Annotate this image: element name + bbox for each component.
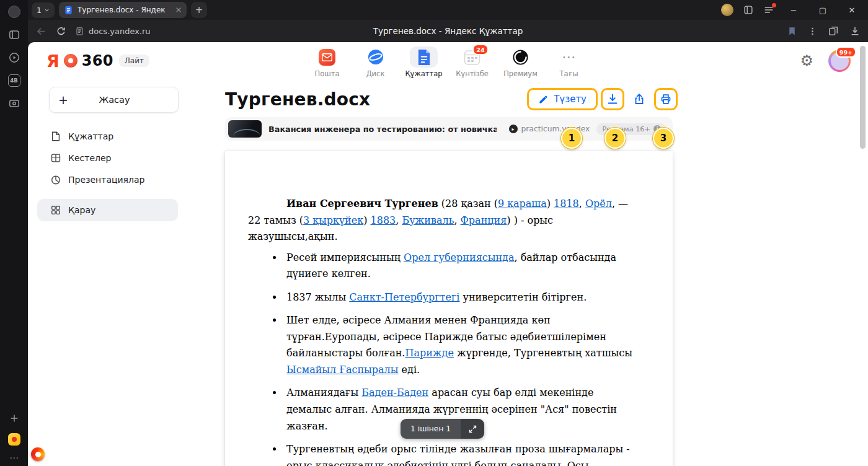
doc-bullet-item: Шет елде, әсіресе Алмания менен Францияд… [283,312,634,378]
yandex-app-icon[interactable] [8,433,20,446]
create-button[interactable]: + Жасау [49,87,179,113]
scrollbar-thumb[interactable] [860,46,866,149]
kebab-menu-icon[interactable] [808,27,817,36]
screencast-icon[interactable] [8,97,20,110]
doc-link[interactable]: Орёл [585,198,612,209]
avatar[interactable]: 99+ [828,50,851,72]
browser-menu-icon[interactable] [763,4,774,15]
nav-item-premium[interactable]: Премиум [500,46,541,78]
doc-link[interactable]: Ысмайыл Ғаспыралы [286,364,399,376]
yandex-docs-app: Я 360 Лайт Пошта [28,42,868,466]
sidebar-item-view[interactable]: Қарау [37,199,178,221]
sidebar-panel-icon[interactable] [8,29,20,41]
annotation-circle-1: 1 [561,128,582,149]
downloads-icon[interactable] [849,25,861,37]
tab-close-icon[interactable] [175,7,182,13]
print-icon [660,93,672,105]
ad-thumbnail [228,120,262,138]
maximize-button[interactable]: ▢ [813,2,833,18]
doc-link[interactable]: Баден-Баден [361,387,428,398]
doc-link[interactable]: Санкт-Петербургтегі [349,291,459,303]
fullscreen-button[interactable] [461,419,484,439]
doc-text: еді. [399,364,420,376]
doc-link[interactable]: 9 қараша [498,198,547,209]
print-button[interactable] [654,88,678,110]
rail-more-icon[interactable]: ⋯ [9,455,19,461]
rail-profile-icon[interactable] [8,6,20,18]
doc-link[interactable]: 1883 [371,214,396,226]
close-button[interactable]: ✕ [842,2,862,18]
page-title: Тургенев.docx - Яндекс Құжаттар [373,26,523,36]
doc-link[interactable]: Франция [461,214,507,226]
document-actions: Түзету [527,88,678,110]
practicum-icon: ▸ [509,125,518,133]
refresh-icon[interactable] [56,26,66,37]
main-content: Тургенев.docx Түзету [186,79,868,466]
nav-item-mail[interactable]: Пошта [307,46,348,78]
video-play-icon[interactable] [8,51,20,64]
sidebar-item-sheets[interactable]: Кестелер [37,148,178,168]
page-indicator: 1 ішінен 1 [401,419,484,439]
add-panel-icon[interactable] [9,413,20,424]
doc-text: Тургеневтың әдеби орыс тілінде жазылған … [286,443,630,466]
disk-icon [367,48,384,66]
doc-text: (28 қазан ( [438,198,498,209]
doc-link[interactable]: Парижде [405,347,453,359]
plan-badge: Лайт [119,55,149,67]
nav-item-docs[interactable]: Құжаттар [404,46,445,78]
ya360-logo[interactable]: Я 360 Лайт [46,51,149,71]
avatar-badge: 99+ [836,46,856,58]
plus-icon: + [58,94,71,106]
bookmark-icon[interactable] [787,26,797,37]
doc-text: Алманиядағы [286,387,361,398]
share-button[interactable] [627,88,651,110]
browser-chrome: 1 Тургенев.docx - Яндек + ─ ▢ [28,0,868,42]
doc-link[interactable]: 1818 [554,198,579,209]
doc-text: , [454,214,460,226]
doc-text: ) [363,214,370,226]
download-icon [606,93,619,105]
browser-tab[interactable]: Тургенев.docx - Яндек [59,2,187,18]
url-chip[interactable]: docs.yandex.ru [75,27,151,36]
doc-link[interactable]: Буживаль [402,214,454,226]
nav-item-more[interactable]: ⋯ Тағы [549,46,590,78]
doc-intro-paragraph: Иван Сергеевич Тургенев (28 қазан (9 қар… [248,196,634,245]
doc-text: 1837 жылы [286,291,349,303]
sidebar-item-presentations[interactable]: Презентациялар [37,170,178,190]
download-button[interactable] [601,88,624,110]
doc-bullet-item: Ресей империясының Орел губерниясында, б… [283,250,634,283]
tab-title: Тургенев.docx - Яндек [78,6,171,14]
sidebar-item-documents[interactable]: Құжаттар [37,126,178,146]
workspace-badge-label: 4B [10,77,17,84]
document-icon [50,131,61,142]
calendar-badge: 24 [472,44,489,55]
edit-button[interactable]: Түзету [527,88,598,110]
doc-text: университетін бітірген. [459,291,587,303]
annotation-circle-3: 3 [653,128,674,149]
tab-counter[interactable]: 1 [32,2,55,18]
workspace-badge-icon[interactable]: 4B [8,74,20,87]
browser-profile-icon[interactable] [721,4,733,16]
minimize-button[interactable]: ─ [784,2,804,18]
address-bar: docs.yandex.ru Тургенев.docx - Яндекс Құ… [28,20,868,42]
doc-link[interactable]: Орел губерниясында [404,252,514,263]
doc-link[interactable]: 3 қыркүйек [303,214,363,226]
browser-update-icon[interactable] [31,447,45,461]
docs-favicon [64,6,73,15]
url-text: docs.yandex.ru [89,27,151,36]
yandex-logo-letter: Я [46,51,60,71]
doc-bullet-item: Тургеневтың әдеби орыс тілінде жазылған … [283,441,634,466]
ad-title: Вакансия инженера по тестированию: от но… [268,125,497,134]
new-tab-button[interactable]: + [191,2,207,18]
nav-item-disk[interactable]: Диск [355,46,396,78]
gear-icon[interactable]: ⚙ [800,52,813,69]
tab-panel-icon[interactable] [743,4,754,15]
annotation-circle-2: 2 [604,128,626,149]
doc-text: , [579,198,585,209]
copy-tabs-icon[interactable] [828,25,839,37]
yandex-id-icon [64,54,78,68]
premium-icon [512,49,529,66]
doc-text: Ресей империясының [286,252,404,263]
nav-item-calendar[interactable]: 24 Күнтізбе [452,46,493,78]
back-icon[interactable] [35,25,47,37]
